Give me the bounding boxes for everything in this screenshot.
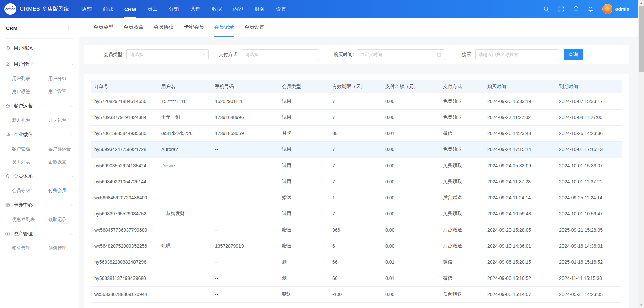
- sidebar-section-member-system[interactable]: 会员体系: [0, 168, 79, 184]
- fullscreen-icon[interactable]: [558, 6, 564, 12]
- member-type-label: 会员类型:: [104, 52, 124, 58]
- sidebar-item-user-list[interactable]: 用户列表: [12, 72, 48, 85]
- member-type-select[interactable]: 请选择: [126, 49, 209, 60]
- sidebar-section-asset-management[interactable]: 资产管理: [0, 226, 79, 242]
- sidebar-section-user-management[interactable]: 用户管理: [0, 56, 79, 72]
- buy-time-input[interactable]: 自定义时间: [357, 49, 445, 60]
- tab-member-type[interactable]: 会员类型: [93, 18, 113, 37]
- table-cell: 赠送: [279, 238, 329, 254]
- nav-item-mall[interactable]: 商城: [97, 0, 119, 18]
- table-cell: 2025-09-21 15:28:05: [556, 222, 622, 238]
- table-cell: 赠送: [279, 286, 329, 302]
- table-cell: 2024-09-25 11:24:14: [556, 190, 622, 206]
- tab-member-benefits[interactable]: 会员权益: [123, 18, 144, 37]
- collapse-sidebar-icon[interactable]: [68, 25, 73, 31]
- sidebar-item-user-tag[interactable]: 用户标签: [12, 85, 48, 98]
- section-label: 用户概况: [14, 45, 33, 51]
- sidebar-section-customer-operation[interactable]: 客户运营: [0, 98, 79, 114]
- sidebar-section-enterprise-wechat[interactable]: 企业微信: [0, 127, 79, 143]
- sidebar-item-customer-group-operation[interactable]: 客户群运营: [48, 143, 79, 156]
- nav-item-staff[interactable]: 员工: [142, 0, 163, 18]
- column-header: 会员类型: [279, 80, 329, 93]
- sidebar-item-stored-value-management[interactable]: 储值管理: [48, 242, 79, 255]
- filter-bar: 会员类型: 请选择 支付方式: 请选择 购买时间: 自定义时间 搜索: 查询: [84, 45, 629, 64]
- nav-item-crm[interactable]: CRM: [119, 0, 142, 18]
- table-cell: 试用: [279, 206, 329, 222]
- nav-item-settings[interactable]: 设置: [270, 0, 292, 18]
- table-cell: 2024-09-26 14:23:48: [484, 125, 556, 141]
- sidebar-item-claim-records[interactable]: 领取记录: [48, 213, 79, 226]
- tab-member-settings[interactable]: 会员设置: [244, 18, 264, 37]
- table-cell: 2024-10-01 10:59:47: [556, 206, 622, 222]
- calendar-icon[interactable]: [437, 52, 441, 57]
- sidebar-item-user-group[interactable]: 用户分组: [48, 72, 79, 85]
- table-cell: 微信: [440, 125, 484, 141]
- table-cell: 2024-09-20 15:28:05: [484, 222, 556, 238]
- scroll-down-arrow[interactable]: ▼: [638, 302, 644, 308]
- section-label: 用户管理: [14, 61, 33, 67]
- tab-member-agreement[interactable]: 会员协议: [154, 18, 174, 37]
- table-cell: ゞ恭嬉发财ゞ: [158, 206, 212, 222]
- chevron-down-icon: [311, 52, 316, 57]
- table-cell: 后台赠送: [440, 286, 484, 302]
- table-cell: [158, 174, 212, 190]
- sidebar: CRM 用户概况用户管理用户列表用户分组用户标签用户设置客户运营新人礼包开卡礼包…: [0, 18, 79, 308]
- table-cell: 7: [329, 158, 382, 174]
- nav-item-marketing[interactable]: 营销: [184, 0, 206, 18]
- sidebar-item-points-management[interactable]: 积分管理: [12, 242, 48, 255]
- table-cell: 0.01: [382, 254, 440, 270]
- scrollbar-thumb[interactable]: [639, 6, 644, 72]
- table-cell: hy569849221054726144: [91, 174, 158, 190]
- main-content: 会员类型会员权益会员协议卡密会员会员记录会员设置 会员类型: 请选择 支付方式:…: [79, 18, 638, 308]
- table-cell: 2024-09-24 15:33:09: [484, 158, 556, 174]
- query-button[interactable]: 查询: [564, 49, 583, 60]
- table-row: hy569849221054726144--试用70.00免费领取2024-09…: [91, 174, 622, 190]
- table-cell: --: [212, 174, 279, 190]
- table-cell: 试用: [279, 174, 329, 190]
- sidebar-item-customer-management[interactable]: 客户管理: [12, 143, 48, 156]
- nav-item-content[interactable]: 内容: [227, 0, 249, 18]
- nav-item-data[interactable]: 数据: [206, 0, 227, 18]
- sidebar-section-coupon-center[interactable]: 卡券中心: [0, 197, 79, 213]
- table-cell: 7: [329, 206, 382, 222]
- tab-card-secret-member[interactable]: 卡密会员: [184, 18, 204, 37]
- table-cell: wx568457736937799680: [91, 222, 158, 238]
- username[interactable]: admin: [615, 6, 629, 12]
- pay-method-select[interactable]: 请选择: [241, 49, 319, 60]
- search-icon[interactable]: [543, 6, 549, 12]
- column-header: 有效期限（天）: [329, 80, 382, 93]
- table-cell: 0.00: [382, 174, 440, 190]
- sidebar-item-wecom-settings[interactable]: 企微设置: [48, 156, 79, 168]
- search-input[interactable]: [475, 49, 559, 60]
- user-icon: [5, 62, 10, 67]
- top-navbar: crmeb CRMEB 多店版系统 店铺商城CRM员工分销营销数据内容财务设置 …: [0, 0, 638, 18]
- table-row: hy569839765529034752ゞ恭嬉发财ゞ--试用70.00免费领取2…: [91, 206, 622, 222]
- sidebar-item-user-settings[interactable]: 用户设置: [48, 85, 79, 98]
- table-cell: 152****1111: [158, 93, 212, 109]
- table-cell: 17391648996: [212, 109, 279, 125]
- table-cell: 13572879919: [212, 238, 279, 254]
- bell-icon[interactable]: [588, 6, 594, 12]
- nav-item-finance[interactable]: 财务: [249, 0, 270, 18]
- sidebar-item-staff-list[interactable]: 员工列表: [12, 156, 48, 168]
- sidebar-item-member-level[interactable]: 会员等级: [12, 184, 48, 197]
- nav-item-store[interactable]: 店铺: [76, 0, 97, 18]
- table-cell: 2024-09-24 11:24:14: [484, 190, 556, 206]
- section-children: 新人礼包开卡礼包: [0, 114, 79, 127]
- table-cell: hy572082921884614656: [91, 93, 158, 109]
- table-cell: 后台赠送: [440, 222, 484, 238]
- sidebar-item-newcomer-gift[interactable]: 新人礼包: [12, 114, 48, 127]
- sidebar-section-user-overview[interactable]: 用户概况: [0, 40, 79, 56]
- sidebar-item-paid-member[interactable]: 付费会员: [48, 184, 79, 197]
- tab-member-records[interactable]: 会员记录: [214, 18, 234, 37]
- user-avatar[interactable]: [602, 4, 612, 14]
- sidebar-item-card-gift[interactable]: 开卡礼包: [48, 114, 79, 127]
- table-cell: 1: [329, 190, 382, 206]
- table-cell: [158, 254, 212, 270]
- sidebar-item-coupon-list[interactable]: 优惠券列表: [12, 213, 48, 226]
- scroll-up-arrow[interactable]: ▲: [638, 0, 644, 6]
- refresh-icon[interactable]: [573, 6, 579, 12]
- nav-item-distribution[interactable]: 分销: [163, 0, 184, 18]
- table-cell: 7: [329, 174, 382, 190]
- table-cell: 0.00: [382, 109, 440, 125]
